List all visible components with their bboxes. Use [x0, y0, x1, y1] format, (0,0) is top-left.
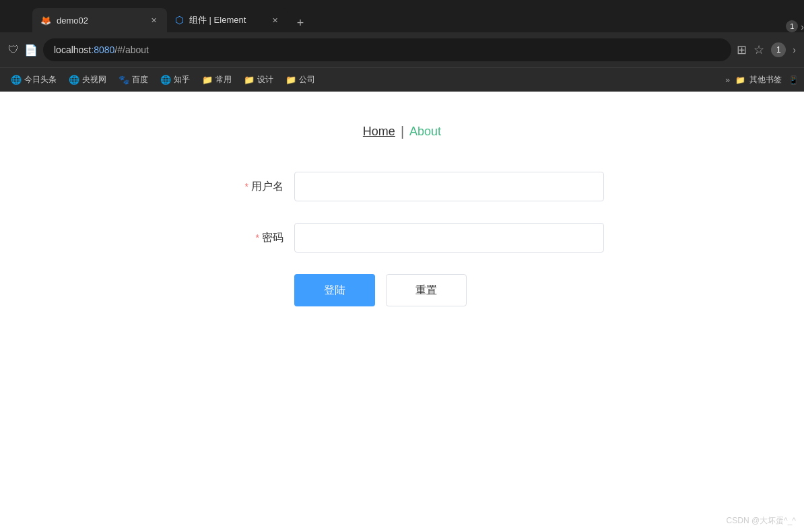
nav-separator: | [401, 124, 404, 139]
folder-icon-other: 📁 [735, 75, 745, 85]
bookmark-label-6: 设计 [257, 74, 273, 86]
mobile-icon-area: 📱 [789, 75, 799, 85]
extension-badge[interactable]: 1 [771, 42, 786, 57]
tab-title-1: demo02 [57, 15, 88, 26]
url-host: localhost [54, 44, 91, 55]
globe-icon-2: 🌐 [69, 75, 79, 85]
bookmark-label-4: 知乎 [174, 74, 190, 86]
nav-home-link[interactable]: Home [363, 125, 395, 139]
bookmark-changyong[interactable]: 📁 常用 [197, 71, 237, 88]
username-input[interactable] [294, 172, 604, 201]
nav-about-link[interactable]: About [409, 125, 441, 139]
url-port: :8080 [91, 44, 114, 55]
tab-demo02[interactable]: 🦊 demo02 ✕ [32, 8, 167, 32]
username-row: * 用户名 [200, 172, 604, 201]
tab-page-icon: 🦊 [40, 15, 51, 26]
chevron-right-icon: › [801, 22, 804, 32]
bookmark-label-5: 常用 [215, 74, 232, 86]
bookmark-label-7: 公司 [299, 74, 315, 86]
login-button[interactable]: 登陆 [294, 274, 375, 306]
password-label: 密码 [262, 231, 283, 245]
globe-icon-1: 🌐 [11, 75, 22, 85]
mobile-icon: 📱 [789, 75, 799, 85]
password-required-star: * [256, 232, 259, 243]
bookmark-yangshiwang[interactable]: 🌐 央视网 [63, 71, 112, 88]
tab-title-2: 组件 | Element [189, 14, 246, 26]
bookmark-gongsi[interactable]: 📁 公司 [280, 71, 321, 88]
star-icon[interactable]: ☆ [753, 42, 764, 57]
other-bookmarks[interactable]: 📁 其他书签 [735, 74, 782, 86]
login-form: * 用户名 * 密码 登陆 重置 [200, 172, 604, 306]
address-icons: ⊞ ☆ 1 › [737, 42, 796, 57]
address-bar: 🛡 📄 localhost:8080/#/about ⊞ ☆ 1 › [0, 32, 804, 67]
browser-chrome: 🦊 demo02 ✕ ⬡ 组件 | Element ✕ + 1 › 🛡 📄 lo… [0, 0, 804, 92]
nav-links: Home | About [363, 124, 441, 139]
username-label-container: * 用户名 [200, 180, 294, 194]
extend-icon[interactable]: › [793, 44, 796, 55]
notification-badge[interactable]: 1 [786, 20, 798, 32]
globe-icon-3: 🌐 [160, 75, 171, 85]
folder-icon-2: 📁 [244, 75, 255, 85]
page-content: Home | About * 用户名 * 密码 登陆 重置 [0, 92, 804, 532]
element-icon: ⬡ [175, 14, 184, 26]
tab-element[interactable]: ⬡ 组件 | Element ✕ [167, 8, 288, 32]
watermark: CSDN @大坏蛋^_^ [727, 515, 796, 527]
bookmark-zhihu[interactable]: 🌐 知乎 [155, 71, 195, 88]
qr-icon[interactable]: ⊞ [737, 42, 747, 57]
baidu-icon: 🐾 [119, 75, 129, 85]
password-row: * 密码 [200, 223, 604, 253]
bookmark-label-2: 央视网 [82, 74, 106, 86]
url-path: /#/about [114, 44, 149, 55]
bookmarks-bar: 🌐 今日头条 🌐 央视网 🐾 百度 🌐 知乎 📁 常用 📁 设计 📁 公司 » [0, 67, 804, 92]
bookmarks-more[interactable]: » [721, 73, 734, 88]
folder-icon-3: 📁 [286, 75, 296, 85]
url-bar[interactable]: localhost:8080/#/about [43, 38, 731, 61]
password-label-container: * 密码 [200, 231, 294, 245]
folder-icon-1: 📁 [202, 75, 213, 85]
form-actions: 登陆 重置 [200, 274, 604, 306]
username-label: 用户名 [251, 180, 283, 194]
shield-icon: 🛡 [8, 44, 19, 56]
tab-bar: 🦊 demo02 ✕ ⬡ 组件 | Element ✕ + 1 › [0, 0, 804, 32]
tab-close-2[interactable]: ✕ [269, 15, 280, 26]
password-input[interactable] [294, 223, 604, 253]
new-tab-button[interactable]: + [291, 13, 310, 32]
reset-button[interactable]: 重置 [386, 274, 467, 306]
bookmark-label-1: 今日头条 [24, 74, 57, 86]
username-required-star: * [245, 181, 248, 192]
tab-close-1[interactable]: ✕ [148, 15, 159, 26]
page-icon: 📄 [24, 44, 38, 57]
bookmark-baidu[interactable]: 🐾 百度 [113, 71, 154, 88]
bookmark-sheji[interactable]: 📁 设计 [238, 71, 279, 88]
bookmark-label-3: 百度 [132, 74, 148, 86]
bookmark-jinritoutiao[interactable]: 🌐 今日头条 [5, 71, 62, 88]
